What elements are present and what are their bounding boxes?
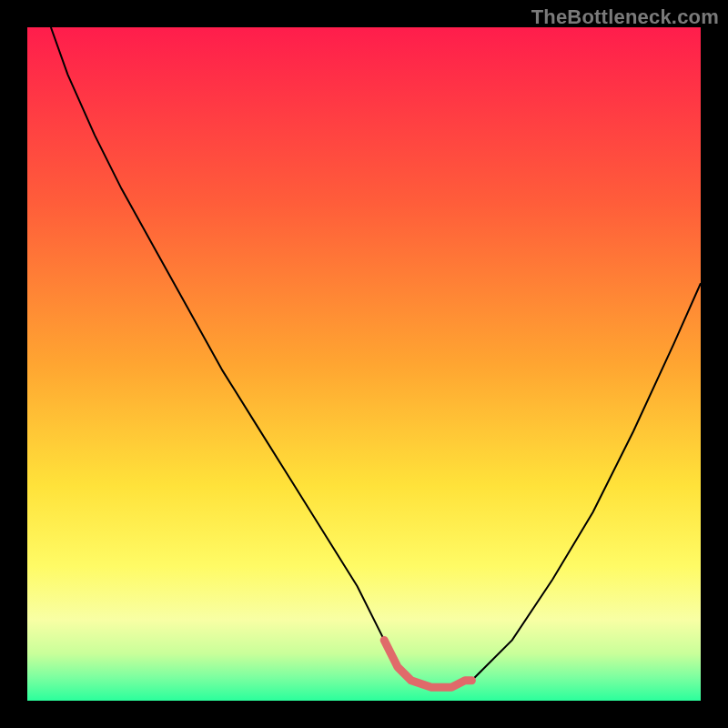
plot-area [27,27,701,701]
watermark-text: TheBottleneck.com [531,5,719,29]
chart-curves [27,27,701,701]
series-valley-marker [384,640,471,687]
series-bottleneck-curve [51,27,701,687]
chart-frame: TheBottleneck.com [0,0,728,728]
